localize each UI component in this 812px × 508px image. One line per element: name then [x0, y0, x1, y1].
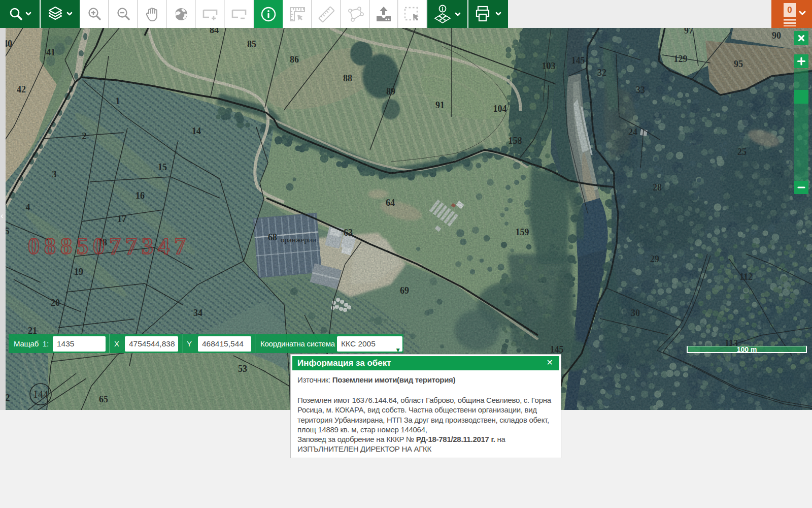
- svg-text:0: 0: [787, 5, 792, 15]
